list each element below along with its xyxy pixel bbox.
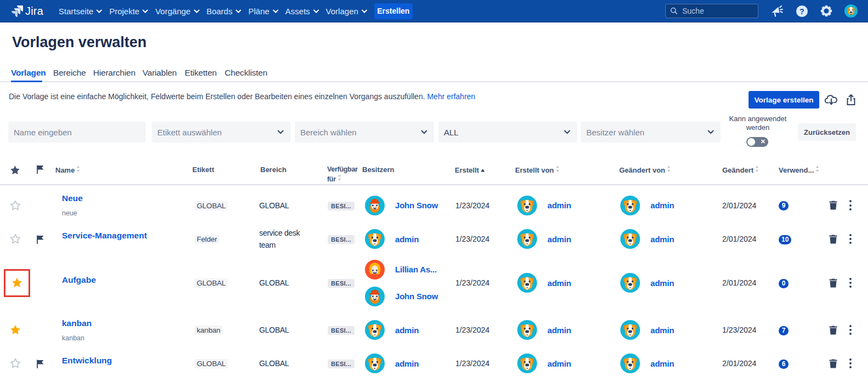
svg-text:?: ? [800,7,804,15]
